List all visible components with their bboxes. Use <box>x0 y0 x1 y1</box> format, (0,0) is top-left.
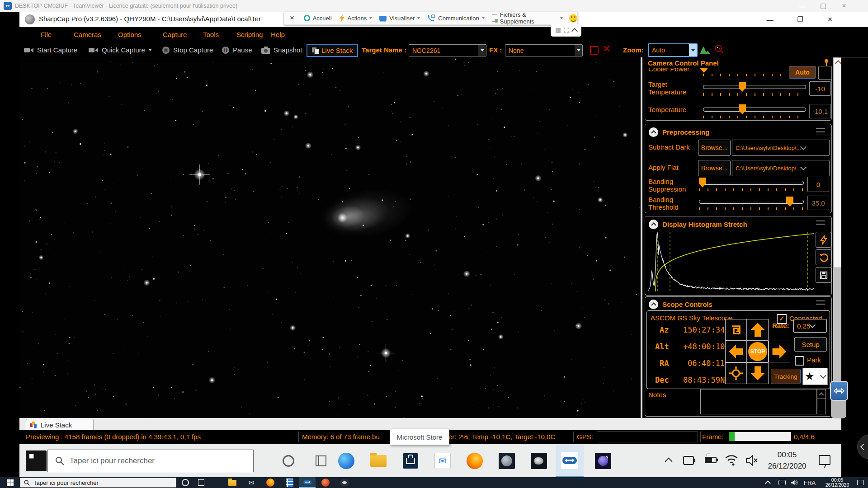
slew-left-button[interactable] <box>725 341 747 362</box>
sharpcap-close-button[interactable]: × <box>819 12 841 27</box>
remote-clock[interactable]: 00:05 26/12/2020 <box>764 449 810 472</box>
target-temperature-slider[interactable] <box>703 85 806 89</box>
sharpcap-minimize-button[interactable]: — <box>759 12 781 27</box>
local-search-box[interactable]: Taper ici pour rechercher <box>20 478 176 488</box>
live-stack-button[interactable]: Live Stack <box>307 44 358 57</box>
taskbar-icon-teamviewer-highlight[interactable] <box>556 445 584 477</box>
taskbar-icon-planetarium[interactable] <box>496 450 517 471</box>
target-name-combo[interactable]: NGC2261 <box>409 44 486 56</box>
taskbar-icon-edge[interactable] <box>336 450 357 471</box>
action-center-icon[interactable] <box>857 480 864 485</box>
apply-flat-browse-button[interactable]: Browse... <box>698 160 731 176</box>
tray-chevron-up-icon[interactable] <box>665 458 673 465</box>
tray-chevron-up-icon[interactable] <box>765 480 771 486</box>
local-icon-file-explorer[interactable] <box>225 477 240 488</box>
panel-scrollbar-thumb[interactable] <box>833 57 841 268</box>
local-clock[interactable]: 00:05 26/12/2020 <box>821 478 854 488</box>
apply-flat-path-combo[interactable]: C:\Users\sylvi\Desktop\... <box>732 160 830 176</box>
panel-scrollbar[interactable] <box>833 57 841 418</box>
chevron-down-icon[interactable] <box>800 164 807 170</box>
tv-home-item[interactable]: Accueil <box>300 15 335 22</box>
battery-icon[interactable] <box>705 457 717 463</box>
banding-suppression-thumb[interactable] <box>699 178 706 188</box>
local-icon-discord[interactable] <box>337 477 352 488</box>
language-indicator[interactable]: FRA <box>804 479 816 486</box>
target-temperature-thumb[interactable] <box>739 82 746 92</box>
snapshot-button[interactable]: Snapshot <box>261 42 302 57</box>
action-center-icon[interactable] <box>819 455 830 465</box>
menu-scripting[interactable]: Scripting <box>236 31 263 38</box>
teamviewer-pan-handle[interactable] <box>830 381 848 401</box>
chevron-down-icon[interactable] <box>809 322 816 328</box>
section-menu-icon[interactable] <box>816 128 825 135</box>
park-checkbox[interactable] <box>795 356 804 366</box>
menu-tools[interactable]: Tools <box>203 31 219 38</box>
local-icon-sharpcap[interactable] <box>318 477 333 488</box>
save-stretch-button[interactable] <box>816 267 831 283</box>
local-icon-teamviewer[interactable] <box>299 477 316 488</box>
cooler-slider-thumb-clipped[interactable] <box>700 68 708 73</box>
rate-combo[interactable]: 0,25 <box>793 319 827 333</box>
task-view-icon[interactable] <box>198 479 204 486</box>
tv-files-item[interactable]: Fichiers & Suppléments <box>488 11 567 25</box>
teamviewer-pan-thumb[interactable] <box>831 400 846 418</box>
tv-session-close-icon[interactable]: × <box>284 12 300 24</box>
cooler-auto-button[interactable]: Auto <box>789 66 816 79</box>
setup-button[interactable]: Setup <box>794 337 827 352</box>
taskbar-icon-file-explorer[interactable] <box>368 450 389 471</box>
remote-start-button[interactable] <box>26 450 47 471</box>
expand-icon[interactable] <box>564 28 569 33</box>
taskbar-icon-microsoft-store[interactable] <box>400 450 421 471</box>
grid-icon[interactable] <box>556 28 561 33</box>
taskbar-icon-photos[interactable] <box>528 450 549 471</box>
image-inspect-icon[interactable] <box>714 44 724 54</box>
chevron-down-icon[interactable] <box>800 144 807 150</box>
reset-stretch-button[interactable] <box>816 249 831 265</box>
pause-button[interactable]: Pause <box>222 42 252 57</box>
wifi-icon[interactable] <box>725 454 738 466</box>
banding-suppression-slider[interactable] <box>699 181 804 185</box>
task-view-icon[interactable] <box>316 455 326 466</box>
quick-capture-button[interactable]: Quick Capture <box>89 42 152 57</box>
stop-slew-button[interactable]: STOP <box>747 341 769 362</box>
tv-minimize-button[interactable]: — <box>792 0 813 12</box>
tv-actions-item[interactable]: Actions <box>335 14 376 22</box>
chevron-down-icon[interactable] <box>478 45 486 56</box>
slew-right-button[interactable] <box>769 341 790 362</box>
stop-capture-button[interactable]: Stop Capture <box>162 42 213 57</box>
tv-communication-item[interactable]: Communication <box>424 14 488 22</box>
local-icon-calculator[interactable] <box>282 477 297 488</box>
section-menu-icon[interactable] <box>816 300 825 307</box>
chevron-up-icon[interactable] <box>571 28 577 34</box>
tv-maximize-button[interactable]: ▢ <box>813 0 834 12</box>
notes-textarea[interactable] <box>700 389 817 414</box>
auto-stretch-button[interactable] <box>816 232 831 248</box>
local-icon-mail[interactable]: ✉ <box>244 477 259 488</box>
banding-threshold-thumb[interactable] <box>786 197 793 206</box>
slew-up-button[interactable] <box>747 319 769 341</box>
roi-select-icon[interactable] <box>590 46 599 55</box>
teamviewer-side-handle[interactable] <box>857 435 868 459</box>
subtract-dark-path-combo[interactable]: C:\Users\sylvi\Desktop\... <box>732 140 830 156</box>
star-menu-button[interactable]: ★ <box>802 368 828 385</box>
tab-live-stack[interactable]: Live Stack <box>26 419 94 430</box>
menu-options[interactable]: Options <box>118 31 142 38</box>
volume-icon[interactable] <box>790 479 798 486</box>
screen-record-icon[interactable] <box>778 480 786 485</box>
slew-down-button[interactable] <box>747 362 769 384</box>
taskbar-icon-astronomy-app[interactable] <box>593 450 613 471</box>
sharpcap-maximize-button[interactable]: ❐ <box>789 12 811 27</box>
collapse-section-button[interactable] <box>649 300 658 309</box>
tv-close-button[interactable]: × <box>834 0 854 12</box>
roi-clear-icon[interactable]: ✕ <box>603 43 611 54</box>
goto-target-button[interactable] <box>725 362 747 384</box>
remote-search-box[interactable]: Taper ici pour rechercher <box>47 450 254 472</box>
collapse-section-button[interactable] <box>649 127 658 137</box>
histogram-tool-icon[interactable] <box>700 45 711 54</box>
zoom-combo[interactable]: Auto <box>648 43 698 57</box>
local-start-button[interactable] <box>2 477 18 488</box>
histogram-plot[interactable] <box>648 231 814 292</box>
spiral-search-button[interactable] <box>725 319 747 341</box>
cortana-icon[interactable] <box>182 479 189 486</box>
menu-file[interactable]: File <box>41 31 52 38</box>
